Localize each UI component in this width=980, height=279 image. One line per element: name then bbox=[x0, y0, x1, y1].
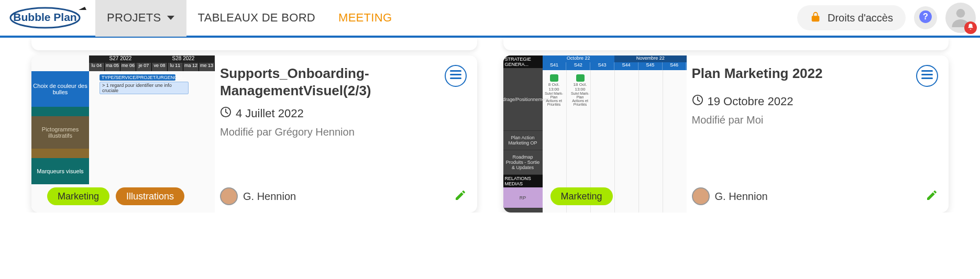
author-avatar bbox=[692, 187, 710, 205]
thumb-lane: Choix de couleur des bulles bbox=[31, 71, 89, 107]
thumb-item: > 1 regard pour identifier une info cruc… bbox=[100, 82, 189, 94]
access-rights-button[interactable]: Droits d'accès bbox=[797, 5, 906, 30]
project-author: G. Hennion bbox=[692, 187, 768, 205]
thumb-day: ma 12 bbox=[183, 63, 199, 71]
author-name: G. Hennion bbox=[243, 191, 296, 203]
thumb-lane: Pictogrammes illustratifs bbox=[31, 116, 89, 149]
thumb-item: TYPE/SERVICE/PROJET/URGENCE/... bbox=[100, 74, 175, 81]
thumb-day: ma 05 bbox=[105, 63, 120, 71]
modified-by: Modifié par Grégory Hennion bbox=[220, 126, 467, 138]
modified-by: Modifié par Moi bbox=[692, 114, 939, 126]
project-card[interactable]: Octobre 22 Novembre 22 S41 S42 S43 S44 S… bbox=[503, 55, 949, 213]
access-rights-label: Droits d'accès bbox=[828, 12, 893, 24]
thumb-lane: Cadrage/Positionnement bbox=[503, 68, 543, 131]
project-author: G. Hennion bbox=[220, 187, 296, 205]
thumb-lane: Plan Action Marketing OP bbox=[503, 131, 543, 150]
help-icon: ? bbox=[919, 10, 932, 26]
lock-icon bbox=[810, 11, 821, 25]
user-avatar[interactable] bbox=[945, 3, 976, 33]
pencil-icon bbox=[926, 194, 938, 203]
chevron-down-icon bbox=[167, 15, 175, 21]
thumb-day: me 06 bbox=[120, 63, 136, 71]
menu-icon bbox=[450, 70, 461, 82]
author-name: G. Hennion bbox=[715, 191, 768, 203]
project-card[interactable]: S27 2022 S28 2022 lu 04 ma 05 me 06 je 0… bbox=[31, 55, 477, 213]
top-right: Droits d'accès ? bbox=[797, 3, 976, 33]
thumb-week: S28 2022 bbox=[152, 55, 215, 63]
nav-projets-label: PROJETS bbox=[107, 11, 161, 25]
thumb-week: S43 bbox=[590, 62, 614, 70]
svg-point-4 bbox=[956, 9, 965, 18]
help-button[interactable]: ? bbox=[914, 6, 937, 29]
nav-meeting-label: MEETING bbox=[338, 11, 392, 25]
pencil-icon bbox=[454, 194, 467, 203]
thumb-lane: Roadmap Produits - Sortie & Updates bbox=[503, 150, 543, 175]
card-menu-button[interactable] bbox=[445, 65, 467, 87]
thumb-lane bbox=[31, 149, 89, 158]
thumb-lane: RP bbox=[503, 187, 543, 208]
svg-text:Bubble Plan: Bubble Plan bbox=[13, 11, 76, 23]
bell-icon bbox=[967, 23, 974, 32]
thumb-section: RELATIONS MEDIAS bbox=[503, 175, 543, 187]
thumb-week: S27 2022 bbox=[89, 55, 152, 63]
logo[interactable]: Bubble Plan bbox=[0, 6, 95, 30]
author-avatar bbox=[220, 187, 238, 205]
edit-button[interactable] bbox=[454, 189, 467, 204]
clock-icon bbox=[220, 106, 232, 121]
partial-card bbox=[503, 38, 949, 50]
top-nav: Bubble Plan PROJETS TABLEAUX DE BORD MEE… bbox=[0, 0, 980, 38]
thumb-day: lu 11 bbox=[168, 63, 183, 71]
thumb-event: 18 Oct. 13:00 Suivi Mark-Plan Actions et… bbox=[571, 74, 590, 106]
project-title: Supports_Onboarding-ManagementVisuel(2/3… bbox=[220, 65, 439, 99]
thumb-week: S41 bbox=[543, 62, 567, 70]
thumb-day: ve 08 bbox=[152, 63, 168, 71]
menu-icon bbox=[921, 70, 933, 82]
project-tags: Marketing bbox=[550, 187, 613, 205]
thumb-day: je 07 bbox=[136, 63, 152, 71]
nav-projets[interactable]: PROJETS bbox=[95, 0, 186, 37]
svg-rect-10 bbox=[921, 74, 933, 75]
svg-rect-7 bbox=[450, 77, 461, 79]
thumb-month: Octobre 22 bbox=[543, 55, 615, 62]
project-title: Plan Marketing 2022 bbox=[692, 65, 911, 82]
project-tags: Marketing Illustrations bbox=[47, 187, 184, 205]
tag[interactable]: Marketing bbox=[47, 187, 109, 205]
thumb-lane: Marqueurs visuels bbox=[31, 158, 89, 184]
thumb-event: 8 Oct. 13:00 Suivi Mark-Plan Actions et … bbox=[545, 74, 564, 106]
project-date: 19 Octobre 2022 bbox=[708, 95, 794, 108]
nav-meeting[interactable]: MEETING bbox=[327, 0, 403, 37]
svg-rect-5 bbox=[450, 70, 461, 72]
thumb-day: me 13 bbox=[199, 63, 215, 71]
svg-rect-11 bbox=[921, 77, 933, 79]
partial-card bbox=[31, 38, 477, 50]
card-menu-button[interactable] bbox=[916, 65, 938, 87]
project-date: 4 Juillet 2022 bbox=[236, 107, 304, 120]
thumb-section: STRATEGIE GENERA... bbox=[503, 55, 543, 68]
tag[interactable]: Illustrations bbox=[116, 187, 184, 205]
nav-tableaux-label: TABLEAUX DE BORD bbox=[198, 11, 315, 25]
tag[interactable]: Marketing bbox=[550, 187, 613, 205]
notification-badge[interactable] bbox=[964, 21, 977, 34]
thumb-day: lu 04 bbox=[89, 63, 105, 71]
thumb-week: S45 bbox=[638, 62, 663, 70]
thumb-week: S44 bbox=[614, 62, 638, 70]
svg-rect-6 bbox=[450, 74, 461, 75]
clock-icon bbox=[692, 94, 703, 109]
thumb-month: Novembre 22 bbox=[614, 55, 687, 62]
thumb-week: S42 bbox=[566, 62, 590, 70]
svg-rect-9 bbox=[921, 70, 933, 72]
thumb-week: S46 bbox=[663, 62, 687, 70]
cards-row: S27 2022 S28 2022 lu 04 ma 05 me 06 je 0… bbox=[0, 50, 980, 213]
edit-button[interactable] bbox=[926, 189, 938, 204]
nav-tableaux[interactable]: TABLEAUX DE BORD bbox=[186, 0, 327, 37]
thumb-lane bbox=[31, 107, 89, 116]
previous-row-peek bbox=[0, 38, 980, 50]
svg-text:?: ? bbox=[923, 12, 928, 21]
